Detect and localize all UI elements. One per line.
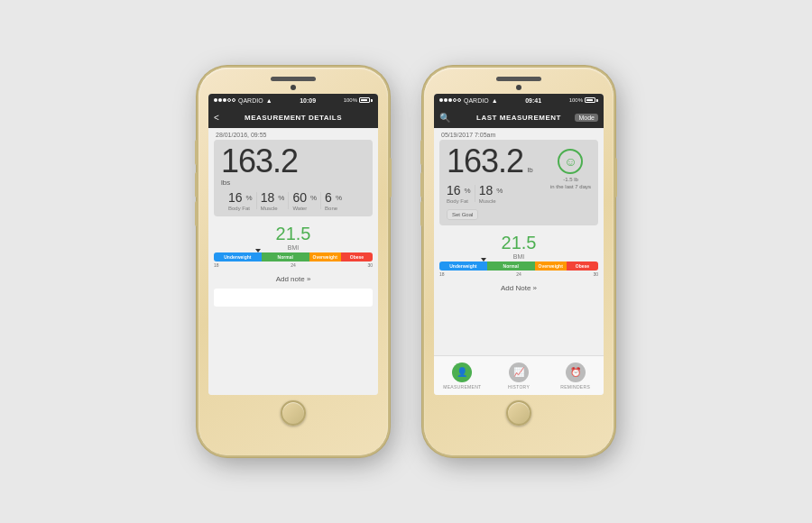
bottom-nav-2: 👤 MEASUREMENT 📈 HISTORY ⏰ REMINDERS bbox=[434, 355, 604, 395]
weight-value-1: 163.2 bbox=[221, 145, 298, 178]
nav-bar-2: 🔍 LAST MEASUREMENT Mode bbox=[434, 106, 604, 128]
reminders-icon: ⏰ bbox=[566, 362, 586, 382]
add-note-1[interactable]: Add note » bbox=[208, 271, 378, 287]
bmi-bar-container-1: Underweight Normal Overweight Obese 18 2… bbox=[214, 252, 373, 268]
bmi-section-1: 21.5 BMI Underweight Normal Overweight O… bbox=[214, 224, 373, 268]
battery-icon-2 bbox=[585, 97, 598, 103]
history-icon: 📈 bbox=[509, 362, 529, 382]
stat-muscle-2: 18 % Muscle bbox=[479, 183, 503, 204]
bmi-bar-1: Underweight Normal Overweight Obese bbox=[214, 252, 373, 262]
reminders-label: REMINDERS bbox=[560, 384, 590, 390]
screen-content-2: 05/19/2017 7:05am 163.2 lb 16 % bbox=[434, 128, 604, 395]
bmi-value-1: 21.5 bbox=[276, 224, 311, 244]
carrier-1: QARDIO bbox=[238, 97, 263, 104]
nav-item-measurement[interactable]: 👤 MEASUREMENT bbox=[434, 356, 491, 395]
add-note-2[interactable]: Add Note » bbox=[434, 280, 604, 296]
history-label: HISTORY bbox=[508, 384, 530, 390]
stat-water-1: 60 % Water bbox=[292, 190, 317, 211]
nav-item-history[interactable]: 📈 HISTORY bbox=[491, 356, 548, 395]
weight-card-1: 163.2 lbs 16 % Body Fat bbox=[214, 140, 373, 216]
carrier-2: QARDIO bbox=[464, 97, 489, 104]
bmi-scale-1: 18 24 30 bbox=[214, 262, 373, 268]
camera-2 bbox=[516, 85, 521, 90]
search-icon-2[interactable]: 🔍 bbox=[439, 113, 450, 123]
stat-muscle-1: 18 % Muscle bbox=[261, 190, 285, 211]
time-2: 09:41 bbox=[525, 97, 541, 104]
stats-row-2: 16 % Body Fat 18 % bbox=[447, 183, 533, 204]
bmi-indicator-1 bbox=[255, 249, 261, 265]
battery-icon-1 bbox=[359, 97, 373, 103]
home-button-1[interactable] bbox=[281, 400, 306, 426]
measurement-icon: 👤 bbox=[452, 362, 472, 382]
stat-bodyfat-1: 16 % Body Fat bbox=[228, 190, 253, 211]
phones-container: QARDIO ▲ 10:09 100% < MEASUREMEN bbox=[198, 68, 614, 455]
measurement-label: MEASUREMENT bbox=[443, 384, 481, 390]
bmi-scale-2: 18 24 30 bbox=[439, 271, 598, 277]
phone-top-1 bbox=[204, 77, 383, 90]
bmi-indicator-2 bbox=[481, 258, 486, 274]
nav-title-2: LAST MEASUREMENT bbox=[476, 114, 561, 122]
signal-2 bbox=[439, 98, 461, 102]
stat-bodyfat-2: 16 % Body Fat bbox=[447, 183, 471, 204]
nav-bar-1: < MEASUREMENT DETAILS bbox=[208, 106, 378, 128]
bmi-label-2: BMI bbox=[513, 253, 524, 260]
weight-unit-2: lb bbox=[528, 166, 533, 174]
status-bar-2: QARDIO ▲ 09:41 100% bbox=[434, 94, 604, 106]
bmi-section-2: 21.5 BMI Underweight Normal Overweight O… bbox=[439, 233, 598, 277]
date-2: 05/19/2017 7:05am bbox=[434, 128, 604, 140]
nav-item-reminders[interactable]: ⏰ REMINDERS bbox=[547, 356, 604, 395]
note-box-1 bbox=[214, 289, 373, 307]
time-1: 10:09 bbox=[300, 97, 316, 104]
weight-value-2: 163.2 bbox=[447, 142, 523, 179]
bmi-value-2: 21.5 bbox=[502, 233, 537, 253]
speaker-2 bbox=[496, 77, 541, 81]
phone-top-2 bbox=[429, 77, 608, 90]
set-goal-button[interactable]: Set Goal bbox=[447, 209, 478, 220]
stats-row-1: 16 % Body Fat 18 % Muscle bbox=[221, 190, 349, 211]
weight-card-2: 163.2 lb 16 % Body Fat bbox=[439, 140, 598, 225]
screen-1: QARDIO ▲ 10:09 100% < MEASUREMEN bbox=[208, 94, 378, 395]
phone-2: QARDIO ▲ 09:41 100% 🔍 LAST MEAS bbox=[424, 68, 614, 455]
home-button-2[interactable] bbox=[506, 400, 531, 426]
mode-button-2[interactable]: Mode bbox=[575, 114, 598, 122]
weight-unit-1: lbs bbox=[221, 179, 230, 187]
speaker-1 bbox=[271, 77, 316, 81]
camera-1 bbox=[291, 85, 296, 90]
smiley-icon: ☺ bbox=[558, 149, 583, 174]
nav-title-1: MEASUREMENT DETAILS bbox=[245, 114, 342, 122]
signal-1 bbox=[214, 98, 235, 102]
bmi-bar-2: Underweight Normal Overweight Obese bbox=[439, 262, 598, 271]
wifi-icon-1: ▲ bbox=[266, 97, 272, 104]
phone-1: QARDIO ▲ 10:09 100% < MEASUREMEN bbox=[198, 68, 388, 455]
battery-pct-1: 100% bbox=[344, 97, 357, 103]
wifi-icon-2: ▲ bbox=[492, 97, 498, 104]
bmi-bar-container-2: Underweight Normal Overweight Obese 18 2… bbox=[439, 262, 598, 277]
screen-content-1: 28/01/2016, 09:55 163.2 lbs 16 % Body Fa… bbox=[208, 128, 378, 395]
back-button-1[interactable]: < bbox=[214, 113, 219, 123]
battery-pct-2: 100% bbox=[569, 97, 583, 103]
stat-bone-1: 6 % Bone bbox=[325, 190, 342, 211]
weight-change: -1.5 lb in the last 7 days bbox=[550, 177, 591, 191]
screen-2: QARDIO ▲ 09:41 100% 🔍 LAST MEAS bbox=[434, 94, 604, 395]
status-bar-1: QARDIO ▲ 10:09 100% bbox=[208, 94, 378, 106]
date-1: 28/01/2016, 09:55 bbox=[208, 128, 378, 140]
bmi-label-1: BMI bbox=[288, 244, 299, 251]
